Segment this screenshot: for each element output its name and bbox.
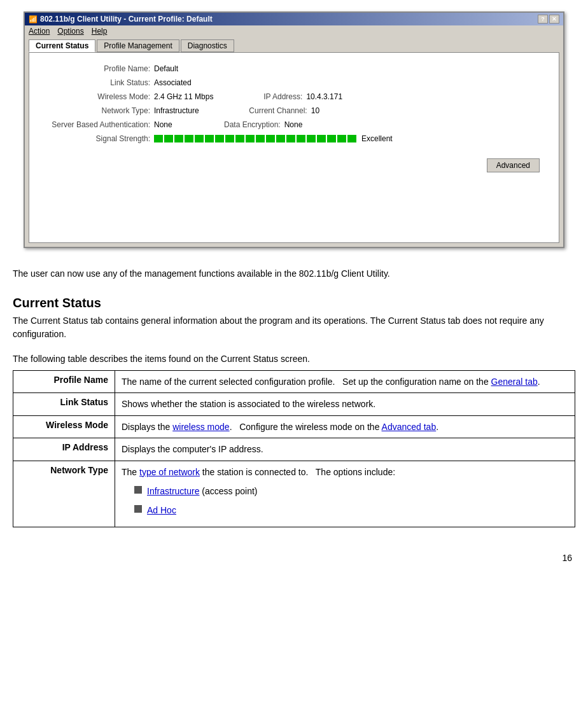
row-label-network-type: Network Type <box>13 461 115 527</box>
signal-bar-container: Excellent <box>154 134 393 143</box>
signal-bar <box>317 135 326 142</box>
profile-name-label: Profile Name: <box>36 64 150 73</box>
signal-bar <box>286 135 295 142</box>
profile-name-row: Profile Name: Default <box>36 62 552 76</box>
network-type-row: Network Type: Infrastructure <box>36 104 199 118</box>
table-row: Network Type The type of network the sta… <box>13 461 575 527</box>
row-label-profile-name: Profile Name <box>13 371 115 393</box>
title-bar-left: 📶 802.11b/g Client Utility - Current Pro… <box>29 15 213 24</box>
signal-bar <box>235 135 244 142</box>
data-encryption-label: Data Encryption: <box>198 120 281 129</box>
table-row: Wireless Mode Displays the wireless mode… <box>13 415 575 438</box>
signal-bar <box>164 135 173 142</box>
signal-bar <box>246 135 255 142</box>
infrastructure-link[interactable]: Infrastructure <box>147 486 199 496</box>
close-button[interactable]: ✕ <box>549 15 559 24</box>
signal-bar <box>327 135 336 142</box>
signal-bar <box>266 135 275 142</box>
current-channel-value: 10 <box>311 106 319 115</box>
window-title: 802.11b/g Client Utility - Current Profi… <box>40 15 213 24</box>
signal-bar <box>154 135 163 142</box>
menu-action[interactable]: Action <box>29 27 50 36</box>
wireless-mode-value: 2.4 GHz 11 Mbps <box>154 92 213 101</box>
title-controls: ? ✕ <box>538 15 559 24</box>
bullet-label: Ad Hoc <box>147 503 176 517</box>
link-status-value: Associated <box>154 78 192 87</box>
app-window: 📶 802.11b/g Client Utility - Current Pro… <box>24 11 564 248</box>
help-button[interactable]: ? <box>538 15 548 24</box>
type-of-network-link[interactable]: type of network <box>139 467 200 477</box>
server-auth-row: Server Based Authentication: None <box>36 118 172 132</box>
current-channel-row: Current Channel: 10 <box>225 104 319 118</box>
current-channel-label: Current Channel: <box>225 106 307 115</box>
signal-strength-label: Signal Strength: <box>36 134 150 143</box>
bullet-label: Infrastructure (access point) <box>147 484 258 498</box>
wireless-mode-row: Wireless Mode: 2.4 GHz 11 Mbps <box>36 90 213 104</box>
signal-bar <box>205 135 214 142</box>
table-row: IP Address Displays the computer's IP ad… <box>13 438 575 461</box>
signal-bar <box>185 135 193 142</box>
ip-address-row: IP Address: 10.4.3.171 <box>239 90 342 104</box>
row-content-profile-name: The name of the current selected configu… <box>115 371 575 393</box>
row-content-network-type: The type of network the station is conne… <box>115 461 575 527</box>
signal-bar <box>174 135 183 142</box>
signal-bar <box>225 135 234 142</box>
signal-bar <box>195 135 204 142</box>
link-status-label: Link Status: <box>36 78 150 87</box>
bullet-icon <box>134 505 142 513</box>
section-desc: The Current Status tab contains general … <box>13 314 575 341</box>
data-encryption-value: None <box>284 120 303 129</box>
tab-profile-management[interactable]: Profile Management <box>97 39 179 52</box>
advanced-btn-container: Advanced <box>36 148 552 155</box>
ip-address-label: IP Address: <box>239 92 302 101</box>
server-auth-label: Server Based Authentication: <box>36 120 150 129</box>
data-encryption-row: Data Encryption: None <box>198 118 303 132</box>
tab-content-area: Profile Name: Default Link Status: Assoc… <box>29 52 559 243</box>
bullet-infrastructure: Infrastructure (access point) <box>134 484 568 498</box>
network-type-label: Network Type: <box>36 106 150 115</box>
app-icon: 📶 <box>29 15 38 24</box>
row-label-link-status: Link Status <box>13 393 115 415</box>
page-body: The user can now use any of the manageme… <box>10 248 578 546</box>
network-channel-row: Network Type: Infrastructure Current Cha… <box>36 104 552 118</box>
auth-encryption-row: Server Based Authentication: None Data E… <box>36 118 552 132</box>
adhoc-link[interactable]: Ad Hoc <box>147 505 176 515</box>
signal-bar <box>307 135 316 142</box>
advanced-button[interactable]: Advanced <box>487 158 540 172</box>
signal-bars <box>154 135 356 142</box>
tab-current-status[interactable]: Current Status <box>29 39 95 52</box>
signal-bar <box>256 135 265 142</box>
signal-bar <box>337 135 346 142</box>
signal-bar <box>276 135 285 142</box>
row-label-wireless-mode: Wireless Mode <box>13 415 115 438</box>
table-intro: The following table describes the items … <box>13 354 575 364</box>
signal-bar <box>347 135 356 142</box>
signal-strength-value: Excellent <box>361 134 393 143</box>
title-bar: 📶 802.11b/g Client Utility - Current Pro… <box>25 13 563 25</box>
status-section: Profile Name: Default Link Status: Assoc… <box>36 59 552 148</box>
description-table: Profile Name The name of the current sel… <box>13 370 575 527</box>
wireless-mode-link[interactable]: wireless mode <box>172 422 229 432</box>
tab-diagnostics[interactable]: Diagnostics <box>181 39 234 52</box>
bullet-adhoc: Ad Hoc <box>134 503 568 517</box>
mode-ip-row: Wireless Mode: 2.4 GHz 11 Mbps IP Addres… <box>36 90 552 104</box>
menu-help[interactable]: Help <box>92 27 108 36</box>
ip-address-value: 10.4.3.171 <box>306 92 342 101</box>
row-content-wireless-mode: Displays the wireless mode. Configure th… <box>115 415 575 438</box>
link-status-row: Link Status: Associated <box>36 76 552 90</box>
signal-strength-row: Signal Strength: Excellent <box>36 132 552 146</box>
network-type-value: Infrastructure <box>154 106 199 115</box>
row-content-ip-address: Displays the computer's IP address. <box>115 438 575 461</box>
intro-text: The user can now use any of the manageme… <box>13 267 575 281</box>
profile-name-value: Default <box>154 64 178 73</box>
menu-options[interactable]: Options <box>57 27 83 36</box>
server-auth-value: None <box>154 120 172 129</box>
row-label-ip-address: IP Address <box>13 438 115 461</box>
table-row: Link Status Shows whether the station is… <box>13 393 575 415</box>
advanced-tab-link[interactable]: Advanced tab <box>382 422 437 432</box>
signal-bar <box>297 135 305 142</box>
wireless-mode-label: Wireless Mode: <box>36 92 150 101</box>
page-number: 16 <box>10 553 578 563</box>
menu-bar: Action Options Help <box>25 25 563 37</box>
general-tab-link[interactable]: General tab <box>491 377 538 387</box>
